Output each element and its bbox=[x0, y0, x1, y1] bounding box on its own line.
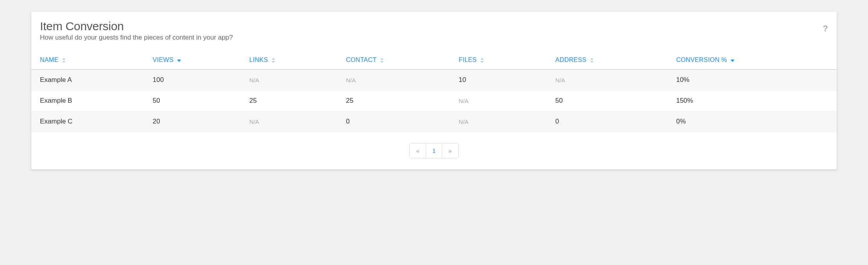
pagination: « 1 » bbox=[31, 143, 837, 158]
cell-views: 20 bbox=[144, 111, 241, 132]
cell-files: N/A bbox=[450, 91, 547, 111]
card-subtitle: How useful do your guests find the piece… bbox=[40, 34, 828, 42]
cell-links: 25 bbox=[241, 91, 338, 111]
cell-conversion: 150% bbox=[667, 91, 837, 111]
pagination-next-button[interactable]: » bbox=[442, 143, 458, 158]
table-header-row: NAME VIEWS LINKS bbox=[31, 51, 837, 69]
column-label: FILES bbox=[459, 56, 477, 63]
cell-conversion: 0% bbox=[667, 111, 837, 132]
column-label: CONTACT bbox=[346, 56, 376, 63]
card-header: Item Conversion How useful do your guest… bbox=[31, 20, 837, 51]
cell-contact: 25 bbox=[337, 91, 450, 111]
sort-icon bbox=[480, 58, 484, 63]
column-label: VIEWS bbox=[153, 56, 174, 63]
cell-name: Example B bbox=[31, 91, 144, 111]
cell-files: 10 bbox=[450, 69, 547, 91]
sort-icon bbox=[271, 58, 275, 63]
cell-contact: 0 bbox=[337, 111, 450, 132]
cell-views: 100 bbox=[144, 69, 241, 91]
cell-views: 50 bbox=[144, 91, 241, 111]
column-header-files[interactable]: FILES bbox=[450, 51, 547, 69]
sort-icon bbox=[590, 58, 594, 63]
cell-address: 50 bbox=[547, 91, 667, 111]
pagination-group: « 1 » bbox=[409, 143, 458, 158]
column-header-address[interactable]: ADDRESS bbox=[547, 51, 667, 69]
table-row: Example A 100 N/A N/A 10 N/A 10% bbox=[31, 69, 837, 91]
cell-links: N/A bbox=[241, 69, 338, 91]
cell-name: Example C bbox=[31, 111, 144, 132]
sort-icon bbox=[62, 58, 66, 63]
column-header-links[interactable]: LINKS bbox=[241, 51, 338, 69]
card-title: Item Conversion bbox=[40, 20, 828, 33]
cell-conversion: 10% bbox=[667, 69, 837, 91]
column-label: CONVERSION % bbox=[676, 56, 727, 63]
cell-address: 0 bbox=[547, 111, 667, 132]
cell-links: N/A bbox=[241, 111, 338, 132]
help-icon[interactable]: ? bbox=[823, 24, 828, 34]
column-label: LINKS bbox=[250, 56, 268, 63]
cell-name: Example A bbox=[31, 69, 144, 91]
sort-desc-icon bbox=[731, 59, 734, 62]
sort-icon bbox=[380, 58, 384, 63]
table-row: Example B 50 25 25 N/A 50 150% bbox=[31, 91, 837, 111]
column-label: NAME bbox=[40, 56, 58, 63]
pagination-page-1[interactable]: 1 bbox=[426, 143, 442, 158]
table-row: Example C 20 N/A 0 N/A 0 0% bbox=[31, 111, 837, 132]
cell-contact: N/A bbox=[337, 69, 450, 91]
column-header-name[interactable]: NAME bbox=[31, 51, 144, 69]
column-header-contact[interactable]: CONTACT bbox=[337, 51, 450, 69]
column-header-conversion[interactable]: CONVERSION % bbox=[667, 51, 837, 69]
cell-address: N/A bbox=[547, 69, 667, 91]
pagination-prev-button[interactable]: « bbox=[410, 143, 426, 158]
sort-desc-icon bbox=[177, 59, 181, 62]
column-header-views[interactable]: VIEWS bbox=[144, 51, 241, 69]
conversion-table: NAME VIEWS LINKS bbox=[31, 51, 837, 132]
column-label: ADDRESS bbox=[555, 56, 586, 63]
cell-files: N/A bbox=[450, 111, 547, 132]
item-conversion-card: ? Item Conversion How useful do your gue… bbox=[31, 12, 837, 169]
